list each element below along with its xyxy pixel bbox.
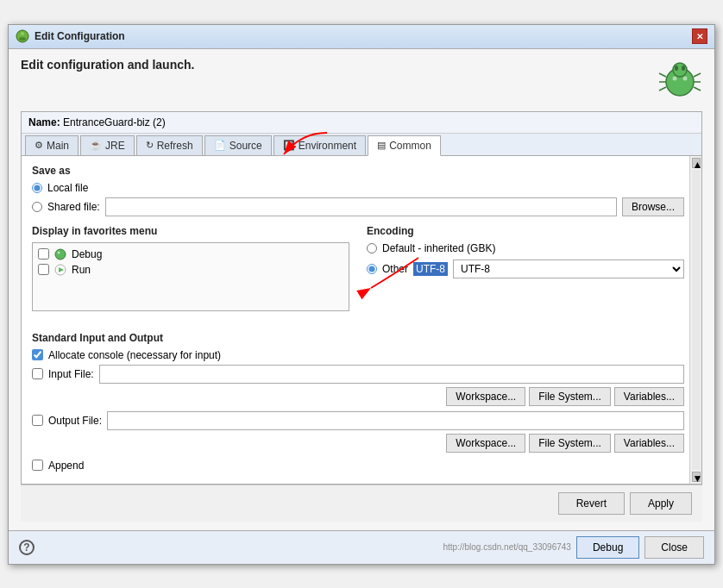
encoding-other-radio[interactable]	[367, 264, 377, 274]
window-title: Edit Configuration	[35, 30, 125, 42]
tab-main[interactable]: ⚙ Main	[25, 135, 79, 155]
local-file-radio[interactable]	[32, 183, 42, 193]
allocate-console-row: Allocate console (necessary for input)	[32, 349, 684, 361]
svg-point-13	[673, 76, 677, 80]
favorites-title: Display in favorites menu	[32, 225, 349, 237]
svg-point-17	[58, 251, 60, 253]
output-file-buttons: Workspace... File System... Variables...	[32, 434, 684, 453]
window-icon	[16, 29, 29, 43]
tab-common[interactable]: ▤ Common	[368, 135, 441, 156]
footer-right: http://blog.csdn.net/qq_33096743 Debug C…	[443, 536, 704, 559]
input-filesystem-button[interactable]: File System...	[529, 387, 611, 406]
svg-point-12	[682, 66, 685, 71]
encoding-other-value: UTF-8	[413, 262, 448, 276]
bug-icon	[657, 58, 702, 103]
footer-left: ?	[19, 540, 35, 555]
run-checkbox-row: Run	[38, 264, 343, 276]
browse-button[interactable]: Browse...	[622, 197, 684, 216]
svg-point-4	[673, 63, 687, 77]
env-tab-icon: 🔲	[283, 140, 295, 151]
debug-label: Debug	[72, 248, 102, 260]
svg-line-10	[694, 87, 701, 91]
debug-checkbox[interactable]	[38, 248, 49, 260]
output-file-row: Output File:	[32, 411, 684, 430]
watermark-text: http://blog.csdn.net/qq_33096743	[443, 542, 570, 552]
std-io-title: Standard Input and Output	[32, 332, 684, 344]
tabs-row: ⚙ Main ☕ JRE ↻ Refresh 📄 Source 🔲 En	[22, 134, 701, 156]
svg-point-1	[21, 32, 24, 35]
output-variables-button[interactable]: Variables...	[614, 434, 684, 453]
left-col: Display in favorites menu Debug	[32, 225, 349, 318]
svg-line-8	[694, 73, 701, 77]
scrollbar-down[interactable]: ▼	[692, 472, 701, 482]
std-io-section: Standard Input and Output Allocate conso…	[32, 332, 684, 453]
tab-source-label: Source	[229, 140, 262, 152]
svg-line-5	[659, 73, 666, 77]
tab-environment-label: Environment	[299, 140, 356, 152]
tab-environment[interactable]: 🔲 Environment	[273, 135, 366, 155]
header-title: Edit configuration and launch.	[21, 58, 194, 72]
debug-icon	[54, 248, 66, 260]
tab-refresh[interactable]: ↻ Refresh	[136, 135, 203, 155]
favorites-box: Debug Run	[32, 242, 349, 311]
shared-file-radio[interactable]	[32, 202, 42, 212]
input-file-row: Input File:	[32, 365, 684, 384]
close-button[interactable]: ✕	[692, 28, 707, 44]
run-icon	[54, 264, 66, 276]
append-label: Append	[48, 460, 84, 472]
common-tab-icon: ▤	[377, 140, 386, 151]
input-variables-button[interactable]: Variables...	[614, 387, 684, 406]
output-workspace-button[interactable]: Workspace...	[446, 434, 525, 453]
encoding-default-row: Default - inherited (GBK)	[367, 242, 684, 254]
output-file-input[interactable]	[107, 411, 684, 430]
svg-line-7	[659, 87, 666, 91]
input-file-buttons: Workspace... File System... Variables...	[32, 387, 684, 406]
close-button[interactable]: Close	[644, 536, 704, 559]
tab-source[interactable]: 📄 Source	[204, 135, 272, 155]
scrollbar-track	[692, 170, 701, 470]
append-checkbox[interactable]	[32, 460, 43, 471]
encoding-other-row: Other UTF-8 UTF-8 GBK UTF-16	[367, 260, 684, 278]
input-workspace-button[interactable]: Workspace...	[446, 387, 525, 406]
tab-jre[interactable]: ☕ JRE	[80, 135, 135, 155]
input-file-label: Input File:	[48, 368, 94, 380]
debug-button[interactable]: Debug	[576, 536, 639, 559]
title-bar: Edit Configuration ✕	[9, 25, 714, 49]
title-bar-left: Edit Configuration	[16, 29, 125, 43]
scrollbar[interactable]: ▲ ▼	[689, 156, 701, 484]
two-col-section: Display in favorites menu Debug	[32, 225, 684, 318]
main-window: Edit Configuration ✕ Edit configuration …	[8, 24, 715, 565]
scrollbar-up[interactable]: ▲	[692, 158, 701, 168]
encoding-dropdown[interactable]: UTF-8 GBK UTF-16	[453, 260, 684, 278]
apply-button[interactable]: Apply	[630, 492, 692, 515]
encoding-default-radio[interactable]	[367, 243, 377, 253]
input-file-input[interactable]	[99, 365, 684, 384]
tab-main-label: Main	[47, 140, 69, 152]
run-label: Run	[72, 264, 91, 276]
local-file-label: Local file	[47, 182, 88, 194]
tab-common-label: Common	[389, 140, 431, 152]
debug-checkbox-row: Debug	[38, 248, 343, 260]
help-button[interactable]: ?	[19, 540, 35, 555]
footer-bar: ? http://blog.csdn.net/qq_33096743 Debug…	[9, 530, 714, 564]
refresh-tab-icon: ↻	[146, 140, 154, 151]
jre-tab-icon: ☕	[90, 140, 102, 151]
tab-refresh-label: Refresh	[157, 140, 193, 152]
svg-point-14	[683, 76, 688, 80]
save-as-title: Save as	[32, 165, 684, 177]
allocate-console-checkbox[interactable]	[32, 349, 43, 360]
output-file-checkbox[interactable]	[32, 415, 43, 426]
revert-button[interactable]: Revert	[558, 492, 625, 515]
input-file-checkbox[interactable]	[32, 368, 43, 379]
local-file-row: Local file	[32, 182, 684, 194]
output-file-label: Output File:	[48, 415, 102, 427]
name-row: Name: EntranceGuard-biz (2)	[22, 112, 701, 134]
shared-file-label: Shared file:	[47, 201, 100, 213]
append-row: Append	[32, 460, 684, 472]
run-checkbox[interactable]	[38, 264, 49, 275]
output-filesystem-button[interactable]: File System...	[529, 434, 611, 453]
encoding-default-label: Default - inherited (GBK)	[382, 242, 495, 254]
save-as-radio-group: Local file Shared file: Browse...	[32, 182, 684, 216]
shared-file-input[interactable]	[105, 197, 617, 216]
svg-point-11	[675, 66, 678, 71]
